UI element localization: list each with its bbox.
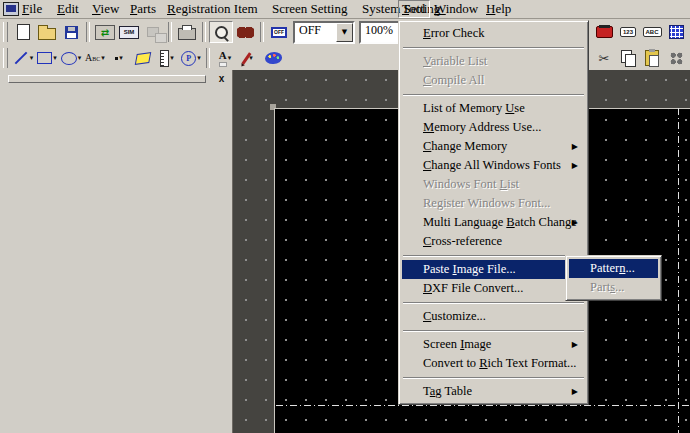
menu-item-tag-table[interactable]: Tag Table▶: [402, 382, 585, 401]
dropdown-arrow-icon[interactable]: ▾: [170, 54, 174, 62]
menu-item-dxf-file-convert[interactable]: DXF File Convert...: [402, 279, 585, 298]
text-tool-button[interactable]: ABC▾: [83, 47, 107, 69]
state-combobox[interactable]: OFF▼: [293, 21, 355, 44]
texttool-icon: ABC: [85, 53, 100, 64]
menubar-item-view[interactable]: View: [89, 1, 122, 16]
submenu-arrow-icon: ▶: [572, 335, 578, 354]
menu-item-change-memory[interactable]: Change Memory▶: [402, 137, 585, 156]
menu-item-convert-to-rich-text-format[interactable]: Convert to Rich Text Format...: [402, 354, 585, 373]
menubar-item-file[interactable]: File: [19, 1, 45, 16]
paste-icon: [645, 50, 659, 66]
toolbar-draw-left: ▾▾▾ABC▾▾▾P▾A▾▾: [2, 46, 285, 70]
group-button[interactable]: [664, 47, 688, 69]
open-button[interactable]: [35, 21, 59, 43]
keypad-icon: [669, 25, 684, 39]
submenu-arrow-icon: ▶: [572, 156, 578, 175]
screen-transfer-button[interactable]: ⇄: [93, 21, 117, 43]
fontcolor-icon: A: [219, 50, 227, 67]
tool-menu-dropdown: Error CheckVariable ListCompile AllList …: [398, 20, 589, 405]
zoom-select-button[interactable]: [209, 21, 233, 43]
ruler-icon: [160, 50, 169, 67]
app-monitor-icon[interactable]: [3, 2, 19, 16]
menu-item-screen-image[interactable]: Screen Image▶: [402, 335, 585, 354]
dropdown-arrow-icon[interactable]: ▾: [119, 54, 123, 62]
toolbar-draw-right: ✂: [592, 46, 688, 70]
group-icon: [669, 51, 684, 66]
menu-item-error-check[interactable]: Error Check: [402, 24, 585, 43]
rect-icon: [37, 52, 52, 64]
line-tool-button[interactable]: ▾: [11, 47, 35, 69]
numeric-display-button[interactable]: 123: [616, 21, 640, 43]
menubar-item-registration-item[interactable]: Registration Item: [164, 1, 261, 16]
new-button[interactable]: [11, 21, 35, 43]
menubar-item-edit[interactable]: Edit: [54, 1, 82, 16]
ellipse-tool-button[interactable]: ▾: [59, 47, 83, 69]
menu-item-list-of-memory-use[interactable]: List of Memory Use: [402, 99, 585, 118]
keypad-button[interactable]: [664, 21, 688, 43]
pen-color-button[interactable]: ▾: [237, 47, 261, 69]
menu-separator: [403, 377, 584, 379]
save-button[interactable]: [59, 21, 83, 43]
preview-button[interactable]: [233, 21, 257, 43]
dropdown-arrow-icon[interactable]: ▾: [53, 54, 57, 62]
menu-item-register-windows-font: Register Windows Font...: [402, 194, 585, 213]
submenu-arrow-icon: ▶: [572, 137, 578, 156]
menubar-item-screen-setting[interactable]: Screen Setting: [269, 1, 350, 16]
dropdown-arrow-icon[interactable]: ▾: [228, 54, 232, 62]
mark-p-tool-button[interactable]: P▾: [179, 47, 203, 69]
menu-item-memory-address-use[interactable]: Memory Address Use...: [402, 118, 585, 137]
menu-item-paste-image-file[interactable]: Paste Image File...▶: [402, 260, 585, 279]
palette-icon: [265, 52, 282, 64]
menu-item-multi-language-batch-change[interactable]: Multi Language Batch Change▶: [402, 213, 585, 232]
menu-separator: [403, 47, 584, 49]
simulation-button[interactable]: SIM: [117, 21, 141, 43]
dot-icon: [115, 57, 118, 60]
cut-button[interactable]: ✂: [592, 47, 616, 69]
menu-item-windows-font-list: Windows Font List: [402, 175, 585, 194]
dropdown-arrow-icon[interactable]: ▾: [30, 54, 34, 62]
fill-tool-button[interactable]: [131, 47, 155, 69]
copy-button[interactable]: [616, 47, 640, 69]
menu-item-pattern[interactable]: Pattern...: [569, 259, 658, 278]
net-icon: [147, 27, 159, 37]
toolbar-grip[interactable]: [3, 22, 8, 42]
paste-button[interactable]: [640, 47, 664, 69]
toolbar-separator: [168, 22, 172, 42]
toolbar-separator: [206, 48, 210, 68]
combo-dropdown-arrow-icon[interactable]: ▼: [336, 23, 353, 42]
open-icon: [38, 28, 56, 40]
menu-item-compile-all: Compile All: [402, 71, 585, 90]
palette-button[interactable]: [261, 47, 285, 69]
font-color-button[interactable]: A▾: [213, 47, 237, 69]
dropdown-arrow-icon[interactable]: ▾: [78, 54, 82, 62]
panel-grip-handle[interactable]: [8, 75, 206, 83]
panel-close-button[interactable]: x: [215, 72, 228, 85]
menubar-item-parts[interactable]: Parts: [127, 1, 159, 16]
parts-alarm-button[interactable]: [592, 21, 616, 43]
zoomcursor-icon: [215, 26, 228, 39]
menu-separator: [403, 330, 584, 332]
menubar: FileEditViewPartsRegistration ItemScreen…: [0, 0, 690, 19]
ruler-tool-button[interactable]: ▾: [155, 47, 179, 69]
rectangle-tool-button[interactable]: ▾: [35, 47, 59, 69]
menubar-item-tool[interactable]: Tool: [398, 0, 430, 18]
toolbar-separator: [260, 22, 264, 42]
menu-separator: [403, 94, 584, 96]
fill-icon: [135, 52, 152, 65]
menu-item-variable-list: Variable List: [402, 52, 585, 71]
state-change-button[interactable]: OFF: [267, 21, 291, 43]
menubar-item-help[interactable]: Help: [483, 1, 514, 16]
print-button[interactable]: [175, 21, 199, 43]
alarm-icon: [596, 26, 613, 38]
menubar-item-window[interactable]: Window: [431, 1, 481, 16]
dropdown-arrow-icon[interactable]: ▾: [197, 54, 201, 62]
menu-item-change-all-windows-fonts[interactable]: Change All Windows Fonts▶: [402, 156, 585, 175]
text-display-button[interactable]: ABC: [640, 21, 664, 43]
dropdown-arrow-icon[interactable]: ▾: [101, 54, 105, 62]
paste-image-file-submenu: Pattern...Parts...: [565, 255, 662, 301]
docked-panel: x: [0, 70, 233, 433]
dot-tool-button[interactable]: ▾: [107, 47, 131, 69]
menu-item-customize[interactable]: Customize...: [402, 307, 585, 326]
menu-item-cross-reference[interactable]: Cross-reference: [402, 232, 585, 251]
toolbar-grip[interactable]: [3, 48, 8, 68]
